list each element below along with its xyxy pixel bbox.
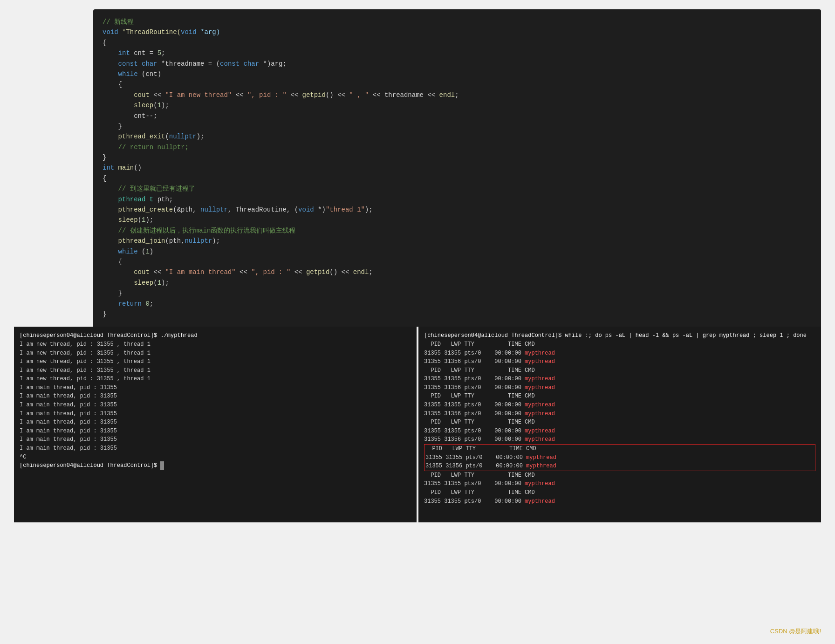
- terminal-right-content: [chineseperson04@alicloud ThreadControl]…: [424, 331, 815, 506]
- terminals-row: [chineseperson04@alicloud ThreadControl]…: [14, 327, 821, 522]
- watermark: CSDN @是阿建哦!: [770, 627, 821, 636]
- code-line: {: [103, 38, 812, 48]
- code-line: {: [103, 79, 812, 89]
- code-line: int main(): [103, 163, 812, 173]
- code-line: sleep(1);: [103, 215, 812, 225]
- terminal-right: [chineseperson04@alicloud ThreadControl]…: [418, 327, 821, 522]
- code-line: cout << "I am new thread" << ", pid : " …: [103, 90, 812, 100]
- code-line: while (cnt): [103, 69, 812, 79]
- terminal-left: [chineseperson04@alicloud ThreadControl]…: [14, 327, 417, 522]
- code-line: }: [103, 309, 812, 319]
- code-line: return 0;: [103, 299, 812, 309]
- code-line: pthread_join(pth,nullptr);: [103, 236, 812, 246]
- code-line: pthread_create(&pth, nullptr, ThreadRout…: [103, 205, 812, 215]
- code-line: // 新线程: [103, 17, 812, 27]
- code-line: }: [103, 152, 812, 163]
- code-line: // return nullptr;: [103, 142, 812, 152]
- code-line: // 到这里就已经有进程了: [103, 184, 812, 194]
- code-editor: // 新线程void *ThreadRoutine(void *arg){ in…: [93, 9, 821, 327]
- code-line: cout << "I am main thread" << ", pid : "…: [103, 267, 812, 277]
- code-line: }: [103, 288, 812, 298]
- terminal-left-content: [chineseperson04@alicloud ThreadControl]…: [20, 331, 411, 470]
- code-line: cnt--;: [103, 111, 812, 121]
- code-line: pthread_t pth;: [103, 194, 812, 205]
- code-line: void *ThreadRoutine(void *arg): [103, 27, 812, 37]
- code-line: int cnt = 5;: [103, 48, 812, 58]
- code-line: {: [103, 257, 812, 267]
- code-line: sleep(1);: [103, 100, 812, 110]
- code-line: sleep(1);: [103, 278, 812, 288]
- code-line: }: [103, 121, 812, 131]
- code-line: {: [103, 173, 812, 184]
- code-line: pthread_exit(nullptr);: [103, 131, 812, 142]
- code-line: // 创建新进程以后，执行main函数的执行流我们叫做主线程: [103, 226, 812, 236]
- code-line: const char *threadname = (const char *)a…: [103, 59, 812, 69]
- main-container: // 新线程void *ThreadRoutine(void *arg){ in…: [0, 0, 835, 532]
- code-line: while (1): [103, 247, 812, 257]
